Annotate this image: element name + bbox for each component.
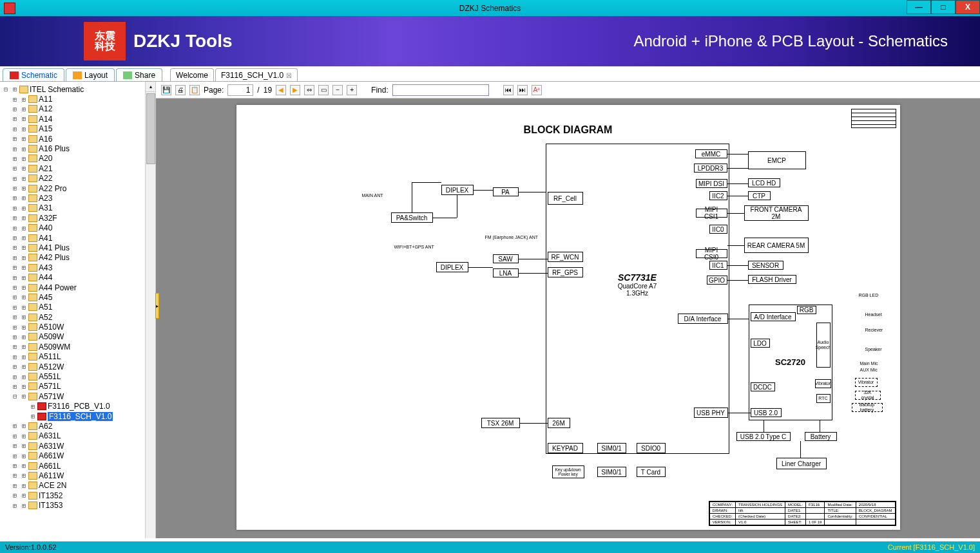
find-input[interactable] bbox=[392, 84, 489, 96]
tree-item[interactable]: ⊞⊞A62 bbox=[1, 421, 154, 431]
window-buttons: — □ X bbox=[907, 0, 980, 16]
tree-item[interactable]: ⊞⊞A512W bbox=[1, 362, 154, 371]
find-label: Find: bbox=[371, 86, 389, 95]
tree-item[interactable]: ⊞⊞A15 bbox=[1, 124, 154, 134]
page-total: 19 bbox=[264, 86, 272, 95]
page-label: Page: bbox=[204, 86, 224, 95]
block-iic2: IIC2 bbox=[709, 191, 727, 200]
block-iic0: IIC0 bbox=[709, 225, 727, 234]
tree-item[interactable]: ⊞⊞A45 bbox=[1, 292, 154, 302]
tree-item[interactable]: ⊞⊞A44 bbox=[1, 272, 154, 282]
label-fm-ant: FM (Earphone JACK) ANT bbox=[485, 235, 538, 239]
block-diplex2: DIPLEX bbox=[436, 262, 468, 272]
logo-text-2: 科技 bbox=[95, 41, 115, 52]
tab-layout[interactable]: Layout bbox=[66, 68, 115, 81]
block-mipicsi0: MIPI CSI0 bbox=[696, 249, 727, 258]
save-icon[interactable]: 💾 bbox=[161, 85, 171, 95]
title-block: COMPANY:TRANSSION HOLDINGS MODEL:F3116 M… bbox=[709, 501, 896, 526]
tree-item[interactable]: ⊞⊞A16 Plus bbox=[1, 144, 154, 153]
find-next-icon[interactable]: ⏭ bbox=[517, 85, 528, 95]
workspace: ⊟⊞ITEL Schematic⊞⊞A11⊞⊞A12⊞⊞A14⊞⊞A15⊞⊞A1… bbox=[0, 82, 980, 538]
copy-icon[interactable]: 📋 bbox=[189, 85, 200, 95]
clear-find-icon[interactable]: Aᵃ bbox=[532, 85, 542, 95]
tree-item[interactable]: ⊞⊞A32F bbox=[1, 213, 154, 223]
tree-item[interactable]: ⊞⊞A661L bbox=[1, 461, 154, 471]
fit-width-icon[interactable]: ⇔ bbox=[304, 85, 314, 95]
tree-item[interactable]: ⊞⊞A41 Plus bbox=[1, 243, 154, 252]
tree-item[interactable]: ⊞⊞A44 Power bbox=[1, 283, 154, 292]
tree-item[interactable]: ⊞⊞A21 bbox=[1, 164, 154, 173]
tree-item[interactable]: ⊞⊞A631L bbox=[1, 431, 154, 441]
tree-item[interactable]: ⊞⊞A51 bbox=[1, 303, 154, 312]
block-vibrator2: Vibrator bbox=[855, 378, 878, 387]
tree-item[interactable]: ⊞⊞A661W bbox=[1, 451, 154, 460]
tree-item[interactable]: ⊞⊞A22 Pro bbox=[1, 183, 154, 193]
close-button[interactable]: X bbox=[956, 0, 980, 14]
tree-item[interactable]: ⊞⊞A23 bbox=[1, 193, 154, 203]
logo-text-1: 东震 bbox=[95, 31, 115, 41]
print-icon[interactable]: 🖨 bbox=[175, 85, 186, 95]
label-rgbled: RGB LED bbox=[859, 293, 879, 297]
tree-item[interactable]: ⊞⊞A43 bbox=[1, 263, 154, 272]
tree-item[interactable]: ⊞⊞IT1353 bbox=[1, 500, 154, 510]
tree-item[interactable]: ⊟⊞A571W bbox=[1, 391, 154, 401]
zoom-in-icon[interactable]: + bbox=[347, 85, 357, 95]
block-keypad: KEYPAD bbox=[548, 443, 583, 453]
tab-share[interactable]: Share bbox=[116, 68, 162, 81]
main-tab-bar: Schematic Layout Share Welcome F3116_SCH… bbox=[0, 66, 980, 82]
soc-name: SC7731E bbox=[618, 273, 657, 283]
tree-item[interactable]: ⊞⊞A14 bbox=[1, 114, 154, 124]
doctab-f3116[interactable]: F3116_SCH_V1.0 ☒ bbox=[215, 68, 298, 81]
maximize-button[interactable]: □ bbox=[931, 0, 956, 14]
close-tab-icon[interactable]: ☒ bbox=[286, 72, 292, 79]
logo: 东震 科技 bbox=[84, 22, 126, 61]
tree-item[interactable]: ⊞⊞ACE 2N bbox=[1, 481, 154, 491]
prev-page-icon[interactable]: ◀ bbox=[276, 85, 286, 95]
page-input[interactable] bbox=[227, 84, 253, 96]
block-sdio0: SDIO0 bbox=[637, 443, 666, 453]
fit-page-icon[interactable]: ▭ bbox=[318, 85, 329, 95]
tree-item[interactable]: ⊞⊞A42 Plus bbox=[1, 253, 154, 263]
tree-item[interactable]: ⊞F3116_SCH_V1.0 bbox=[1, 411, 154, 421]
label-headset: Headset bbox=[865, 312, 882, 317]
tree-item[interactable]: ⊞⊞A40 bbox=[1, 223, 154, 232]
sidebar-scrollbar[interactable]: ▴ bbox=[145, 82, 155, 538]
find-prev-icon[interactable]: ⏮ bbox=[503, 85, 514, 95]
block-ad: A/D Interface bbox=[751, 312, 796, 321]
scroll-thumb[interactable] bbox=[146, 93, 155, 164]
tree-item[interactable]: ⊞⊞IT1352 bbox=[1, 491, 154, 500]
tree[interactable]: ⊟⊞ITEL Schematic⊞⊞A11⊞⊞A12⊞⊞A14⊞⊞A15⊞⊞A1… bbox=[0, 82, 155, 538]
tree-item[interactable]: ⊞F3116_PCB_V1.0 bbox=[1, 402, 154, 411]
tree-item[interactable]: ⊞⊞A20 bbox=[1, 154, 154, 164]
minimize-button[interactable]: — bbox=[907, 0, 931, 14]
tree-item[interactable]: ⊞⊞A509W bbox=[1, 332, 154, 342]
viewer: 💾 🖨 📋 Page: / 19 ◀ ▶ ⇔ ▭ − + Find: ⏮ ⏭ A… bbox=[156, 82, 980, 538]
tree-item[interactable]: ⊞⊞A16 bbox=[1, 134, 154, 144]
tree-item[interactable]: ⊞⊞A571L bbox=[1, 382, 154, 391]
next-page-icon[interactable]: ▶ bbox=[290, 85, 300, 95]
tree-item[interactable]: ⊞⊞A52 bbox=[1, 312, 154, 322]
tree-item[interactable]: ⊞⊞A511L bbox=[1, 352, 154, 362]
tree-item[interactable]: ⊞⊞A631W bbox=[1, 441, 154, 451]
tab-schematic[interactable]: Schematic bbox=[3, 68, 64, 81]
block-rearcam: REAR CAMERA 5M bbox=[744, 238, 809, 253]
zoom-out-icon[interactable]: − bbox=[332, 85, 343, 95]
block-mipicsi1: MIPI CSI1 bbox=[696, 209, 727, 218]
tree-item[interactable]: ⊞⊞A31 bbox=[1, 203, 154, 213]
tree-item[interactable]: ⊞⊞A509WM bbox=[1, 342, 154, 351]
doctab-welcome[interactable]: Welcome bbox=[170, 68, 214, 81]
scroll-up-icon[interactable]: ▴ bbox=[146, 82, 155, 92]
tree-item[interactable]: ⊞⊞A22 bbox=[1, 174, 154, 183]
tree-item[interactable]: ⊟⊞ITEL Schematic bbox=[1, 84, 154, 94]
collapse-handle-icon[interactable]: ▸ bbox=[155, 293, 159, 319]
block-paswitch: PA&Switch bbox=[391, 212, 433, 223]
tree-item[interactable]: ⊞⊞A41 bbox=[1, 233, 154, 243]
tree-item[interactable]: ⊞⊞A11 bbox=[1, 94, 154, 104]
tree-item[interactable]: ⊞⊞A510W bbox=[1, 322, 154, 332]
tree-item[interactable]: ⊞⊞A12 bbox=[1, 104, 154, 114]
schematic-page[interactable]: BLOCK DIAGRAM SC7731E QuadCore A7 1.3GHz… bbox=[236, 105, 900, 530]
tree-item[interactable]: ⊞⊞A551L bbox=[1, 371, 154, 381]
brand-text: DZKJ Tools bbox=[133, 31, 232, 52]
tree-item[interactable]: ⊞⊞A611W bbox=[1, 471, 154, 480]
block-rfcell: RF_Cell bbox=[548, 192, 583, 205]
